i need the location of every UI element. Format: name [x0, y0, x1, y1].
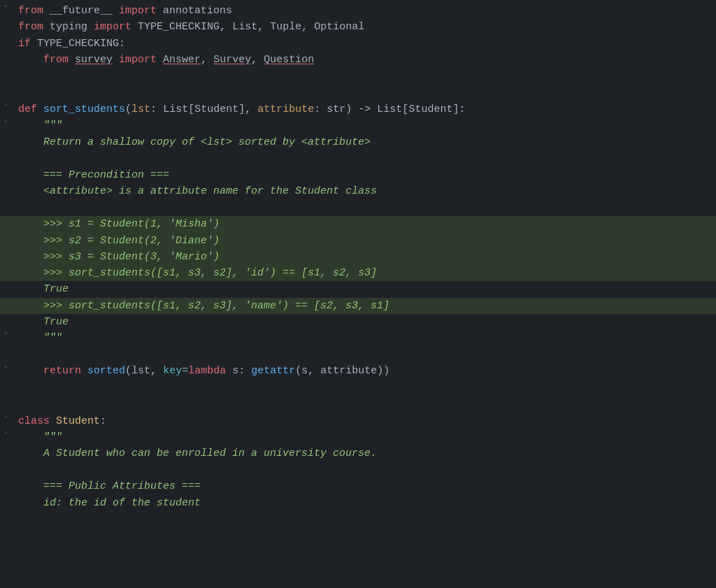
code-line-6 — [0, 85, 716, 101]
code-line-30: === Public Attributes === — [0, 478, 716, 494]
code-line-25 — [0, 396, 716, 413]
code-line-2: from typing import TYPE_CHECKING, List, … — [0, 19, 716, 35]
code-line-27: ◦ """ — [0, 429, 716, 445]
line-content-1: from __future__ import annotations — [13, 3, 716, 19]
line-content-12: <attribute> is a attribute name for the … — [13, 183, 716, 199]
gutter-8: ◦ — [0, 117, 13, 126]
code-line-13 — [0, 199, 716, 216]
line-content-28: A Student who can be enrolled in a unive… — [13, 445, 716, 461]
fold-icon-7[interactable]: ◦ — [1, 101, 10, 110]
code-line-8: ◦ """ — [0, 117, 716, 134]
line-content-2: from typing import TYPE_CHECKING, List, … — [13, 19, 716, 35]
line-content-27: """ — [13, 429, 716, 445]
code-line-16: >>> s3 = Student(3, 'Mario') — [0, 249, 716, 265]
line-content-14: >>> s1 = Student(1, 'Misha') — [13, 216, 716, 232]
fold-icon-23[interactable]: ◦ — [1, 363, 10, 371]
line-content-26: class Student: — [13, 413, 716, 429]
code-line-18: True — [0, 281, 716, 297]
line-content-19: >>> sort_students([s1, s2, s3], 'name') … — [13, 298, 716, 314]
code-line-17: >>> sort_students([s1, s3, s2], 'id') ==… — [0, 265, 716, 281]
fold-icon-21[interactable]: ◦ — [1, 330, 10, 338]
line-content-10 — [13, 150, 716, 166]
gutter-21: ◦ — [0, 330, 13, 338]
code-line-28: A Student who can be enrolled in a unive… — [0, 445, 716, 461]
line-content-21: """ — [13, 330, 716, 346]
code-line-9: Return a shallow copy of <lst> sorted by… — [0, 134, 716, 150]
line-content-16: >>> s3 = Student(3, 'Mario') — [13, 249, 716, 265]
line-content-9: Return a shallow copy of <lst> sorted by… — [13, 134, 716, 150]
line-content-13 — [13, 199, 716, 215]
line-content-11: === Precondition === — [13, 167, 716, 183]
line-content-15: >>> s2 = Student(2, 'Diane') — [13, 233, 716, 249]
gutter-1: ◦ — [0, 3, 13, 11]
code-line-7: ◦ def sort_students(lst: List[Student], … — [0, 101, 716, 117]
line-content-6 — [13, 85, 716, 101]
code-line-1: ◦ from __future__ import annotations — [0, 3, 716, 19]
line-content-30: === Public Attributes === — [13, 478, 716, 494]
line-content-23: return sorted(lst, key=lambda s: getattr… — [13, 363, 716, 379]
code-line-31: id: the id of the student — [0, 495, 716, 511]
line-content-20: True — [13, 314, 716, 330]
line-content-8: """ — [13, 117, 716, 134]
code-line-10 — [0, 150, 716, 167]
code-line-22 — [0, 346, 716, 363]
fold-icon-1[interactable]: ◦ — [1, 3, 10, 11]
line-content-3: if TYPE_CHECKING: — [13, 36, 716, 52]
code-line-14: >>> s1 = Student(1, 'Misha') — [0, 216, 716, 232]
fold-icon-27[interactable]: ◦ — [1, 429, 10, 438]
code-line-24 — [0, 380, 716, 396]
line-content-25 — [13, 396, 716, 413]
code-line-11: === Precondition === — [0, 167, 716, 183]
code-line-19: >>> sort_students([s1, s2, s3], 'name') … — [0, 298, 716, 314]
line-content-4: from survey import Answer, Survey, Quest… — [13, 52, 716, 68]
line-content-18: True — [13, 281, 716, 297]
gutter-27: ◦ — [0, 429, 13, 438]
code-line-26: ◦ class Student: — [0, 413, 716, 429]
code-editor: ◦ from __future__ import annotations fro… — [0, 0, 716, 588]
gutter-7: ◦ — [0, 101, 13, 110]
line-content-31: id: the id of the student — [13, 495, 716, 511]
line-content-7: def sort_students(lst: List[Student], at… — [13, 101, 716, 117]
code-line-20: True — [0, 314, 716, 330]
gutter-26: ◦ — [0, 413, 13, 422]
code-line-15: >>> s2 = Student(2, 'Diane') — [0, 233, 716, 249]
code-line-29 — [0, 461, 716, 478]
code-line-12: <attribute> is a attribute name for the … — [0, 183, 716, 199]
code-line-4: from survey import Answer, Survey, Quest… — [0, 52, 716, 68]
line-content-22 — [13, 346, 716, 362]
line-content-5 — [13, 68, 716, 84]
line-content-29 — [13, 461, 716, 478]
fold-icon-26[interactable]: ◦ — [1, 413, 10, 422]
code-line-5 — [0, 68, 716, 85]
fold-icon-8[interactable]: ◦ — [1, 117, 10, 126]
code-line-23: ◦ return sorted(lst, key=lambda s: getat… — [0, 363, 716, 379]
code-line-3: if TYPE_CHECKING: — [0, 36, 716, 52]
line-content-24 — [13, 380, 716, 396]
code-line-21: ◦ """ — [0, 330, 716, 346]
gutter-23: ◦ — [0, 363, 13, 371]
line-content-17: >>> sort_students([s1, s3, s2], 'id') ==… — [13, 265, 716, 281]
